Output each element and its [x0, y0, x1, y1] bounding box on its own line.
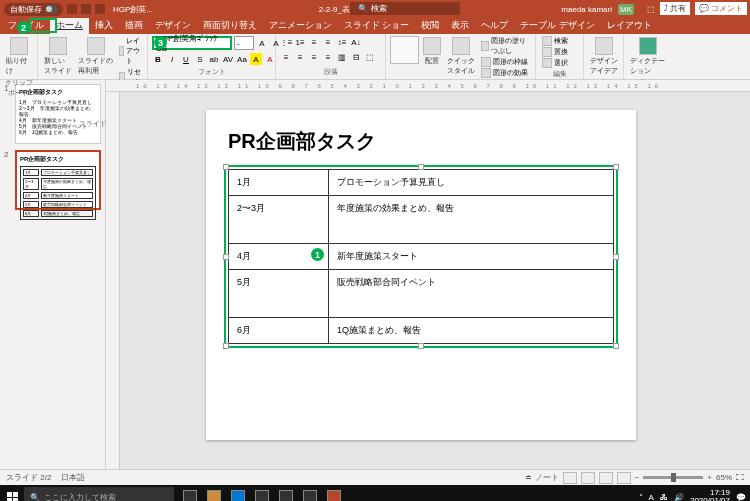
table-cell[interactable]: 6月 — [229, 318, 329, 344]
table-cell[interactable]: 年度施策の効果まとめ、報告 — [329, 196, 614, 244]
zoom-in-button[interactable]: + — [707, 473, 712, 482]
align-center-icon[interactable]: ≡ — [294, 51, 306, 63]
linespacing-icon[interactable]: ↕≡ — [336, 36, 348, 48]
tab-layout[interactable]: レイアウト — [601, 18, 658, 34]
slide-canvas[interactable]: PR企画部タスク 1月プロモーション予算見直し 2〜3月年度施策の効果まとめ、報… — [206, 110, 636, 440]
table-cell[interactable]: 2〜3月 — [229, 196, 329, 244]
columns-icon[interactable]: ▥ — [336, 51, 348, 63]
dictation-button[interactable]: ディクテー ション — [628, 36, 667, 77]
numbering-icon[interactable]: 1≡ — [294, 36, 306, 48]
table-cell[interactable]: 5月 — [229, 270, 329, 318]
align-right-icon[interactable]: ≡ — [308, 51, 320, 63]
shape-outline-button[interactable]: 図形の枠線 — [479, 57, 531, 67]
tab-draw[interactable]: 描画 — [119, 18, 149, 34]
justify-icon[interactable]: ≡ — [322, 51, 334, 63]
table-cell[interactable]: 新年度施策スタート — [329, 244, 614, 270]
design-ideas-button[interactable]: デザイン アイデア — [588, 36, 620, 77]
bullets-icon[interactable]: ⋮≡ — [280, 36, 292, 48]
explorer-icon[interactable] — [202, 485, 226, 501]
select-button[interactable]: 選択 — [540, 58, 570, 68]
reuse-slide-button[interactable]: スライドの 再利用 — [76, 36, 115, 77]
underline-button[interactable]: U — [180, 53, 192, 65]
text-direction-icon[interactable]: A↓ — [350, 36, 362, 48]
italic-button[interactable]: I — [166, 53, 178, 65]
align-text-icon[interactable]: ⊟ — [350, 51, 362, 63]
app-icon[interactable] — [274, 485, 298, 501]
share-button[interactable]: ⤴ 共有 — [660, 2, 690, 15]
tab-design[interactable]: デザイン — [149, 18, 197, 34]
resize-handle[interactable] — [613, 254, 619, 260]
reading-view-icon[interactable] — [599, 472, 613, 484]
start-button[interactable] — [0, 485, 24, 501]
tab-slideshow[interactable]: スライド ショー — [338, 18, 415, 34]
smartart-icon[interactable]: ⬚ — [364, 51, 376, 63]
find-button[interactable]: 検索 — [540, 36, 570, 46]
edge-icon[interactable] — [226, 485, 250, 501]
action-center-icon[interactable]: 💬 — [736, 493, 746, 502]
resize-handle[interactable] — [223, 343, 229, 349]
slide-title[interactable]: PR企画部タスク — [206, 110, 636, 165]
tab-tabledesign[interactable]: テーブル デザイン — [514, 18, 600, 34]
zoom-out-button[interactable]: − — [635, 473, 640, 482]
app-icon[interactable] — [298, 485, 322, 501]
store-icon[interactable] — [250, 485, 274, 501]
tab-transitions[interactable]: 画面切り替え — [197, 18, 263, 34]
ime-icon[interactable]: A — [649, 493, 654, 502]
highlight-icon[interactable]: A — [250, 53, 262, 65]
bold-button[interactable]: B — [152, 53, 164, 65]
user-avatar[interactable]: MK — [618, 4, 634, 15]
shadow-icon[interactable]: ab — [208, 53, 220, 65]
powerpoint-icon[interactable] — [322, 485, 346, 501]
case-icon[interactable]: Aa — [236, 53, 248, 65]
table-cell[interactable]: 販売戦略部合同イベント — [329, 270, 614, 318]
quick-style-button[interactable]: クイック スタイル — [445, 36, 477, 77]
tab-insert[interactable]: 挿入 — [89, 18, 119, 34]
ribbon-options-icon[interactable]: ⬚ — [640, 0, 662, 18]
clock[interactable]: 17:19 2020/01/07 — [690, 489, 730, 501]
font-size-combo[interactable]: - — [234, 36, 254, 50]
align-left-icon[interactable]: ≡ — [280, 51, 292, 63]
resize-handle[interactable] — [223, 164, 229, 170]
normal-view-icon[interactable] — [563, 472, 577, 484]
search-box[interactable]: 🔍 検索 — [350, 2, 460, 15]
notes-button[interactable]: ≐ ノート — [525, 472, 558, 483]
new-slide-button[interactable]: 新しい スライド — [42, 36, 74, 77]
table-cell[interactable]: 1月 — [229, 170, 329, 196]
slideshow-view-icon[interactable] — [617, 472, 631, 484]
table-cell[interactable]: 1Q施策まとめ、報告 — [329, 318, 614, 344]
sorter-view-icon[interactable] — [581, 472, 595, 484]
zoom-slider[interactable] — [643, 476, 703, 479]
indent-inc-icon[interactable]: ≡ — [322, 36, 334, 48]
autosave-toggle[interactable]: 自動保存 — [4, 3, 63, 16]
table-selection[interactable]: 1月プロモーション予算見直し 2〜3月年度施策の効果まとめ、報告 4月新年度施策… — [224, 165, 618, 348]
language-indicator[interactable]: 日本語 — [61, 472, 85, 483]
task-view-icon[interactable] — [178, 485, 202, 501]
resize-handle[interactable] — [223, 254, 229, 260]
resize-handle[interactable] — [418, 343, 424, 349]
paste-button[interactable]: 貼り付け — [4, 36, 33, 77]
table-cell[interactable]: プロモーション予算見直し — [329, 170, 614, 196]
zoom-level[interactable]: 65% — [716, 473, 732, 482]
redo-icon[interactable] — [95, 4, 105, 14]
save-icon[interactable] — [67, 4, 77, 14]
network-icon[interactable]: 🖧 — [660, 493, 668, 502]
slide-table[interactable]: 1月プロモーション予算見直し 2〜3月年度施策の効果まとめ、報告 4月新年度施策… — [228, 169, 614, 344]
volume-icon[interactable]: 🔊 — [674, 493, 684, 502]
layout-button[interactable]: レイアウト — [117, 36, 143, 66]
taskbar-search[interactable]: 🔍 ここに入力して検索 — [24, 487, 174, 501]
shape-fill-button[interactable]: 図形の塗りつぶし — [479, 36, 531, 56]
increase-font-icon[interactable]: A — [256, 37, 268, 49]
replace-button[interactable]: 置換 — [540, 47, 570, 57]
fit-window-icon[interactable]: ⛶ — [736, 473, 744, 482]
resize-handle[interactable] — [613, 343, 619, 349]
undo-icon[interactable] — [81, 4, 91, 14]
arrange-button[interactable]: 配置 — [421, 36, 443, 67]
comment-button[interactable]: 💬 コメント — [694, 1, 748, 16]
indent-dec-icon[interactable]: ≡ — [308, 36, 320, 48]
spacing-icon[interactable]: AV — [222, 53, 234, 65]
tab-animations[interactable]: アニメーション — [263, 18, 338, 34]
tab-view[interactable]: 表示 — [445, 18, 475, 34]
shape-effects-button[interactable]: 図形の効果 — [479, 68, 531, 78]
strike-button[interactable]: S — [194, 53, 206, 65]
resize-handle[interactable] — [613, 164, 619, 170]
